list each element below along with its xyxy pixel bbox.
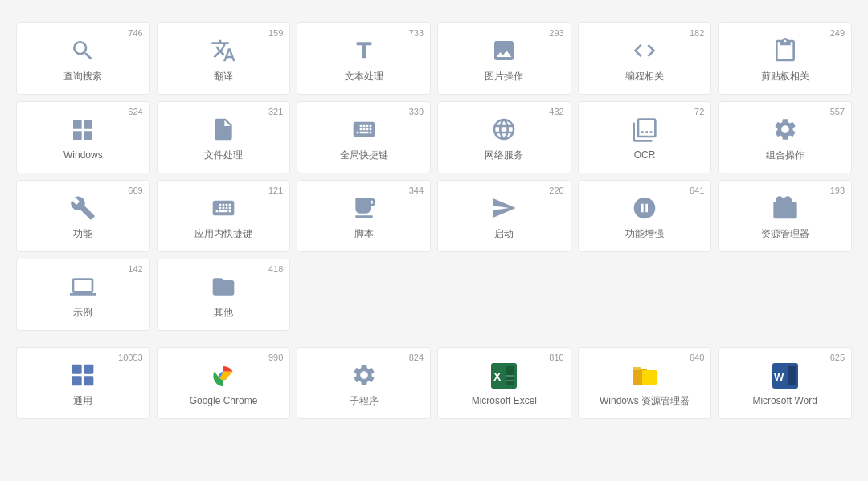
card-translate[interactable]: 159 翻译 xyxy=(157,22,291,95)
card-label-func: 功能 xyxy=(73,227,92,241)
card-icon-clipboard xyxy=(771,36,800,65)
card-icon-code xyxy=(630,36,659,65)
svg-rect-0 xyxy=(72,364,82,373)
card-count-script: 344 xyxy=(409,185,424,195)
card-icon-other xyxy=(209,272,238,301)
card-count-shortcut: 339 xyxy=(409,107,424,116)
svg-rect-1 xyxy=(84,364,94,373)
card-label-other: 其他 xyxy=(214,306,233,320)
card-combo[interactable]: 557 组合操作 xyxy=(718,101,852,173)
card-text[interactable]: 733 文本处理 xyxy=(297,22,431,95)
card-label-network: 网络服务 xyxy=(485,149,523,162)
card-icon-enhance xyxy=(630,194,659,222)
card-label-subprocess: 子程序 xyxy=(350,394,379,408)
card-icon-text xyxy=(350,36,379,65)
svg-text:X: X xyxy=(493,370,502,383)
card-label-windows: Windows xyxy=(63,149,103,161)
card-count-ocr: 72 xyxy=(694,107,704,116)
card-count-other: 418 xyxy=(268,264,283,274)
card-count-windows: 624 xyxy=(128,107,142,116)
card-label-ocr: OCR xyxy=(634,149,656,161)
card-label-search: 查询搜索 xyxy=(63,70,102,84)
card-icon-image xyxy=(489,36,518,65)
card-count-search: 746 xyxy=(128,28,142,38)
card-icon-script xyxy=(350,194,379,222)
card-icon-ocr xyxy=(630,116,659,145)
card-count-general-sw: 10053 xyxy=(118,353,143,362)
card-icon-general-sw xyxy=(68,361,97,389)
card-search[interactable]: 746 查询搜索 xyxy=(16,22,150,95)
card-count-appshortcut: 121 xyxy=(268,185,283,195)
card-enhance[interactable]: 641 功能增强 xyxy=(578,180,712,252)
card-label-code: 编程相关 xyxy=(625,70,664,84)
software-grid: 10053 通用 990 Google Chrome 824 子程序 810 X xyxy=(16,347,852,419)
card-count-image: 293 xyxy=(549,28,563,38)
section-software: 10053 通用 990 Google Chrome 824 子程序 810 X xyxy=(16,347,852,419)
card-icon-func xyxy=(68,194,97,222)
card-icon-chrome xyxy=(209,361,238,390)
card-icon-excel: X xyxy=(489,361,518,390)
card-func[interactable]: 669 功能 xyxy=(16,180,150,252)
card-chrome[interactable]: 990 Google Chrome xyxy=(157,347,291,419)
card-icon-windows xyxy=(68,116,97,145)
card-count-clipboard: 249 xyxy=(830,28,845,38)
card-image[interactable]: 293 图片操作 xyxy=(437,22,571,95)
card-count-word: 625 xyxy=(830,353,845,362)
card-label-example: 示例 xyxy=(73,306,92,320)
card-label-enhance: 功能增强 xyxy=(625,227,664,241)
card-shortcut[interactable]: 339 全局快捷键 xyxy=(297,101,431,173)
card-excel[interactable]: 810 X Microsoft Excel xyxy=(437,347,571,419)
card-winexplorer[interactable]: 640 Windows 资源管理器 xyxy=(578,347,712,419)
card-label-excel: Microsoft Excel xyxy=(472,395,537,406)
general-grid: 746 查询搜索 159 翻译 733 文本处理 293 图片操作 182 编程… xyxy=(16,22,852,331)
card-word[interactable]: 625 W Microsoft Word xyxy=(718,347,852,419)
card-icon-file xyxy=(209,115,238,144)
card-label-text: 文本处理 xyxy=(345,70,383,84)
card-resource[interactable]: 193 资源管理器 xyxy=(718,180,852,252)
card-count-translate: 159 xyxy=(268,28,283,38)
card-ocr[interactable]: 72 OCR xyxy=(578,101,712,173)
card-code[interactable]: 182 编程相关 xyxy=(578,22,712,95)
card-label-general-sw: 通用 xyxy=(73,394,92,408)
card-label-combo: 组合操作 xyxy=(766,149,805,162)
svg-rect-3 xyxy=(84,376,94,385)
card-icon-shortcut xyxy=(350,115,379,144)
card-icon-network xyxy=(489,115,518,144)
card-launch[interactable]: 220 启动 xyxy=(437,180,571,252)
svg-text:W: W xyxy=(774,371,784,383)
card-example[interactable]: 142 示例 xyxy=(16,259,150,331)
card-icon-search xyxy=(68,36,97,65)
card-label-appshortcut: 应用内快捷键 xyxy=(194,227,252,241)
card-icon-subprocess xyxy=(350,361,379,389)
card-network[interactable]: 432 网络服务 xyxy=(437,101,571,173)
card-clipboard[interactable]: 249 剪贴板相关 xyxy=(718,22,852,95)
card-general-sw[interactable]: 10053 通用 xyxy=(16,347,150,419)
card-label-winexplorer: Windows 资源管理器 xyxy=(600,394,690,408)
card-label-resource: 资源管理器 xyxy=(761,227,809,241)
card-appshortcut[interactable]: 121 应用内快捷键 xyxy=(157,180,291,252)
card-icon-word: W xyxy=(771,361,800,390)
card-icon-combo xyxy=(771,115,800,144)
svg-rect-2 xyxy=(72,376,82,385)
card-count-resource: 193 xyxy=(830,185,845,195)
card-count-code: 182 xyxy=(690,28,704,38)
card-windows[interactable]: 624 Windows xyxy=(16,101,150,173)
card-icon-winexplorer xyxy=(630,361,659,389)
card-count-excel: 810 xyxy=(549,353,563,362)
card-label-image: 图片操作 xyxy=(485,70,523,84)
card-count-combo: 557 xyxy=(830,107,845,116)
card-count-text: 733 xyxy=(409,28,424,38)
section-general: 746 查询搜索 159 翻译 733 文本处理 293 图片操作 182 编程… xyxy=(16,22,852,331)
card-count-chrome: 990 xyxy=(268,353,283,362)
card-label-chrome: Google Chrome xyxy=(190,395,258,406)
svg-rect-12 xyxy=(642,370,657,385)
card-file[interactable]: 321 文件处理 xyxy=(157,101,291,173)
card-subprocess[interactable]: 824 子程序 xyxy=(297,347,431,419)
card-icon-launch xyxy=(489,194,518,222)
card-label-translate: 翻译 xyxy=(214,70,233,84)
card-count-launch: 220 xyxy=(549,185,563,195)
card-label-shortcut: 全局快捷键 xyxy=(340,149,388,162)
card-script[interactable]: 344 脚本 xyxy=(297,180,431,252)
card-other[interactable]: 418 其他 xyxy=(157,259,291,331)
card-icon-appshortcut xyxy=(209,194,238,222)
